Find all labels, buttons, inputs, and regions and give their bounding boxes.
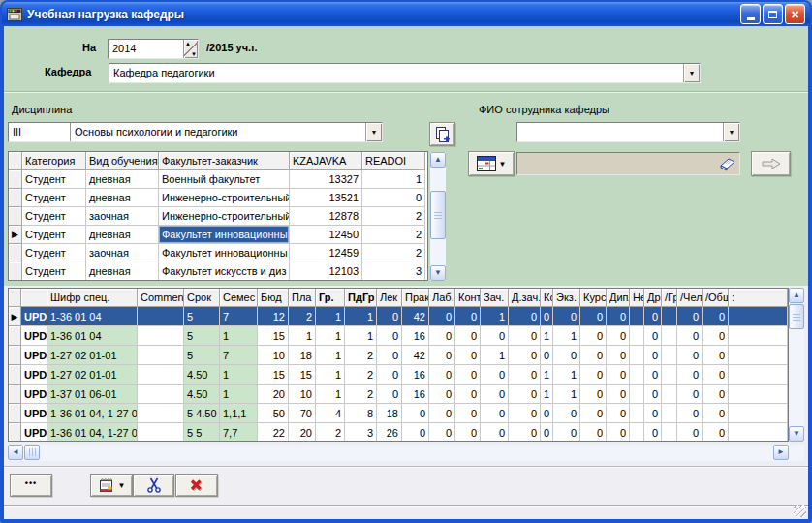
grid-cell[interactable]: UPD (21, 404, 47, 423)
grid-cell[interactable]: Факультет искусств и диз (159, 262, 290, 281)
grid-cell[interactable]: 12878 (290, 207, 362, 226)
grid-cell[interactable]: 0 (455, 404, 481, 423)
grid-cell[interactable]: Инженерно-строительный (159, 189, 290, 207)
report-menu-button[interactable]: ▼ (90, 474, 133, 497)
grid-cell[interactable]: 0 (677, 385, 703, 404)
grid-cell[interactable] (729, 365, 788, 385)
resize-grip[interactable] (794, 505, 806, 517)
grid-cell[interactable]: Факультет инновационны (159, 244, 290, 262)
staff-grid-menu-button[interactable]: ▼ (468, 151, 515, 176)
grid-cell[interactable]: UPD (21, 385, 47, 404)
grid-cell[interactable]: Студент (22, 170, 86, 189)
grid-cell[interactable]: 5 (184, 307, 220, 326)
grid-cell[interactable]: 0 (607, 346, 630, 365)
grid-cell[interactable]: 0 (541, 346, 553, 365)
maximize-button[interactable] (763, 4, 783, 24)
grid-cell[interactable]: 1 (345, 307, 377, 326)
grid-cell[interactable] (138, 307, 184, 326)
grid-cell[interactable]: Студент (22, 262, 86, 281)
grid-cell[interactable]: 0 (644, 423, 662, 442)
grid-cell[interactable]: 20 (258, 385, 289, 404)
grid-cell[interactable]: 15 (258, 326, 289, 346)
grid-row[interactable]: UPD1-36 01 04, 1-27 025 57,7222023260000… (9, 423, 788, 442)
grid-cell[interactable]: 2 (345, 346, 377, 365)
grid-cell[interactable] (729, 404, 788, 423)
grid-cell[interactable]: 0 (481, 365, 509, 385)
grid-cell[interactable]: 16 (402, 365, 429, 385)
grid-cell[interactable]: 10 (258, 346, 289, 365)
grid-cell[interactable] (138, 365, 184, 385)
grid-cell[interactable]: 1-37 01 06-01 (47, 385, 138, 404)
grid-cell[interactable]: 0 (377, 385, 402, 404)
year-spinner[interactable]: ▲ ▼ (183, 40, 198, 58)
chevron-down-icon[interactable]: ▼ (723, 123, 739, 141)
grid-row[interactable]: СтудентзаочнаяФакультет инновационны1245… (9, 244, 427, 262)
grid-cell[interactable]: 12450 (290, 226, 362, 244)
close-button[interactable]: × (785, 4, 805, 24)
grid-cell[interactable]: 0 (402, 423, 429, 442)
grid-cell[interactable]: Студент (22, 189, 86, 207)
grid-cell[interactable]: 0 (377, 326, 402, 346)
grid-cell[interactable]: 0 (607, 326, 630, 346)
grid-cell[interactable]: дневная (86, 170, 159, 189)
grid-cell[interactable] (662, 423, 677, 442)
grid-cell[interactable] (662, 385, 677, 404)
grid-cell[interactable]: 7 (220, 307, 258, 326)
grid-cell[interactable]: UPD (21, 307, 47, 326)
grid-cell[interactable]: 0 (509, 365, 541, 385)
grid-row[interactable]: ▶СтудентдневнаяФакультет инновационны124… (9, 226, 427, 244)
lower-grid[interactable]: Шифр спец.CommentСрокСемесБюдПлаГр.ПдГрЛ… (8, 288, 789, 442)
grid-cell[interactable]: заочная (86, 244, 159, 262)
grid-cell[interactable]: 10 (289, 385, 316, 404)
grid-cell[interactable]: 8 (345, 404, 377, 423)
grid-cell[interactable]: 12103 (290, 262, 362, 281)
grid-cell[interactable]: 0 (580, 404, 607, 423)
grid-cell[interactable]: 2 (345, 385, 377, 404)
grid-cell[interactable]: 3 (362, 262, 425, 281)
grid-cell[interactable]: 1 (481, 307, 509, 326)
grid-cell[interactable]: дневная (86, 226, 159, 244)
grid-cell[interactable]: 0 (481, 385, 509, 404)
department-combobox[interactable]: Кафедра педагогики ▼ (109, 63, 701, 83)
grid-cell[interactable]: 7,7 (220, 423, 258, 442)
delete-button[interactable] (175, 474, 218, 497)
department-value[interactable]: Кафедра педагогики (109, 64, 683, 82)
grid-cell[interactable]: 42 (402, 307, 429, 326)
grid-cell[interactable]: 1 (553, 326, 580, 346)
grid-cell[interactable]: 0 (455, 307, 481, 326)
grid-cell[interactable]: 0 (481, 423, 509, 442)
scroll-left-icon[interactable]: ◄ (8, 445, 23, 460)
grid-cell[interactable]: дневная (86, 262, 159, 281)
clear-field-button[interactable] (716, 154, 739, 173)
grid-cell[interactable]: 0 (607, 307, 630, 326)
grid-cell[interactable] (630, 404, 644, 423)
grid-cell[interactable]: 4 (316, 404, 345, 423)
grid-cell[interactable] (138, 326, 184, 346)
grid-cell[interactable]: 0 (509, 326, 541, 346)
grid-cell[interactable]: 18 (289, 346, 316, 365)
grid-cell[interactable]: 1 (220, 385, 258, 404)
grid-cell[interactable]: 16 (402, 385, 429, 404)
grid-cell[interactable] (729, 346, 788, 365)
lower-grid-hscrollbar[interactable]: ◄ ► (8, 445, 789, 461)
grid-cell[interactable]: 0 (677, 307, 703, 326)
grid-cell[interactable]: 0 (541, 404, 553, 423)
grid-cell[interactable]: 0 (541, 307, 553, 326)
assign-staff-button[interactable] (751, 151, 791, 176)
grid-cell[interactable]: 1 (220, 365, 258, 385)
upper-grid[interactable]: КатегорияВид обученияФакультет-заказчикK… (8, 151, 428, 281)
grid-cell[interactable] (138, 404, 184, 423)
minimize-button[interactable] (740, 4, 761, 24)
chevron-down-icon[interactable]: ▼ (683, 64, 700, 82)
grid-cell[interactable]: 1 (553, 385, 580, 404)
grid-cell[interactable] (729, 307, 788, 326)
grid-cell[interactable]: 0 (677, 365, 703, 385)
grid-cell[interactable]: 12459 (290, 244, 362, 262)
grid-cell[interactable] (662, 365, 677, 385)
grid-cell[interactable]: 1-36 01 04, 1-27 02 (47, 423, 138, 442)
chevron-down-icon[interactable]: ▼ (365, 123, 382, 141)
grid-cell[interactable]: 1 (289, 326, 316, 346)
grid-cell[interactable]: 50 (258, 404, 289, 423)
grid-cell[interactable] (662, 307, 677, 326)
grid-cell[interactable]: 0 (481, 326, 509, 346)
